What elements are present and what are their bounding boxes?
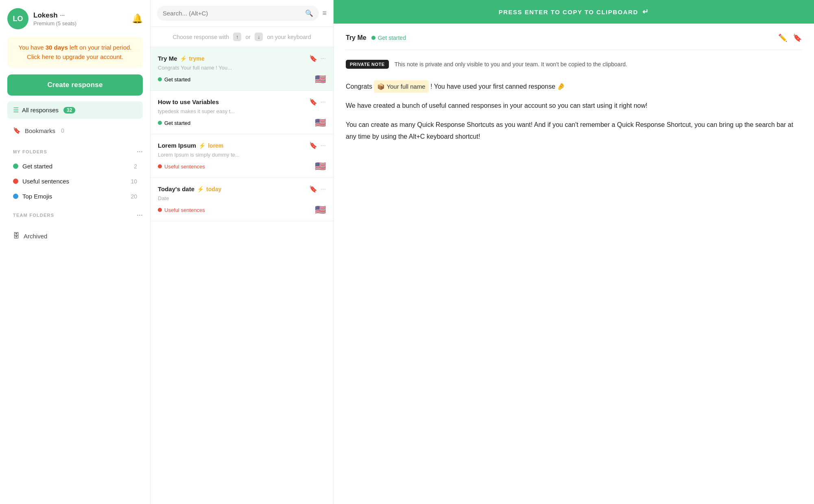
response-folder-label-today: Useful sentences (158, 207, 205, 213)
lightning-icon-lorem: ⚡ (199, 142, 205, 149)
right-response-title: Try Me (346, 34, 367, 41)
search-input[interactable] (163, 10, 302, 17)
search-icon: 🔍 (305, 9, 313, 17)
folder-name-top-emojis: Top Emojis (22, 193, 52, 200)
more-card-icon-today[interactable]: ··· (321, 185, 326, 193)
team-folders-more-button[interactable]: ··· (137, 211, 143, 219)
bookmark-card-icon-variables[interactable]: 🔖 (309, 98, 317, 106)
bookmarks-row[interactable]: 🔖 Bookmarks 0 (7, 123, 143, 138)
body-paragraph-3: You can create as many Quick Response Sh… (346, 119, 802, 143)
user-info: Lokesh ··· Premium (5 seats) (33, 11, 76, 26)
middle-panel: 🔍 ≡ Choose response with ↑ or ↓ on your … (151, 0, 334, 504)
response-preview-today: Date (158, 195, 326, 201)
trial-banner[interactable]: You have 30 days left on your trial peri… (7, 37, 143, 68)
archived-row[interactable]: 🗄 Archived (7, 228, 143, 244)
flag-icon-today: 🇺🇸 (315, 205, 326, 215)
response-folder-dot-variables (158, 121, 162, 125)
trial-text-before: You have (19, 44, 46, 51)
right-panel: PRESS ENTER TO COPY TO CLIPBOARD ↵ Try M… (334, 0, 814, 504)
response-title-try-me: Try Me ⚡ tryme (158, 55, 205, 62)
right-folder-dot (371, 36, 375, 40)
kbd-up-arrow: ↑ (233, 33, 242, 41)
card-actions-lorem: 🔖 ··· (309, 142, 326, 149)
all-responses-button[interactable]: ☰ All responses 32 (7, 101, 143, 119)
responses-list: Try Me ⚡ tryme 🔖 ··· Congrats Your full … (151, 47, 333, 504)
hamburger-icon: ☰ (13, 106, 19, 114)
right-content: Try Me Get started ✏️ 🔖 PRIVATE NOTE Thi… (334, 24, 814, 504)
sidebar-user: LO Lokesh ··· Premium (5 seats) (7, 8, 76, 29)
user-name-row: Lokesh ··· (33, 11, 76, 20)
lightning-icon-try-me: ⚡ (180, 55, 187, 62)
response-card-try-me[interactable]: Try Me ⚡ tryme 🔖 ··· Congrats Your full … (151, 47, 333, 91)
private-note-text: This note is private and only visible to… (395, 60, 627, 69)
body-paragraph-2: We have created a bunch of useful canned… (346, 100, 802, 112)
bookmark-card-icon-lorem[interactable]: 🔖 (309, 142, 317, 149)
more-card-icon-lorem[interactable]: ··· (321, 142, 326, 149)
response-footer-variables: Get started 🇺🇸 (158, 118, 326, 128)
variable-chip-text: Your full name (386, 81, 425, 92)
more-card-icon-try-me[interactable]: ··· (321, 55, 326, 62)
folder-count-top-emojis: 20 (131, 193, 137, 200)
folder-item-useful-sentences[interactable]: Useful sentences 10 (7, 174, 143, 188)
all-responses-label: All responses (22, 107, 59, 113)
sidebar: LO Lokesh ··· Premium (5 seats) 🔔 You ha… (0, 0, 151, 504)
search-input-wrap[interactable]: 🔍 (157, 6, 319, 21)
my-folders-more-button[interactable]: ··· (137, 147, 143, 156)
response-footer-today: Useful sentences 🇺🇸 (158, 205, 326, 215)
folder-item-get-started[interactable]: Get started 2 (7, 159, 143, 173)
card-actions-try-me: 🔖 ··· (309, 55, 326, 62)
response-preview-variables: typedesk makes it super easy t... (158, 108, 326, 114)
filter-icon[interactable]: ≡ (322, 9, 327, 17)
user-plan: Premium (5 seats) (33, 20, 76, 26)
archive-icon: 🗄 (13, 232, 20, 240)
folder-count-useful-sentences: 10 (131, 178, 137, 185)
archived-label: Archived (24, 233, 47, 240)
card-actions-variables: 🔖 ··· (309, 98, 326, 106)
body-paragraph-1: Congrats 📦Your full name ! You have used… (346, 80, 802, 93)
body-para1-after: ! You have used your first canned respon… (429, 83, 565, 90)
card-actions-today: 🔖 ··· (309, 185, 326, 193)
response-card-today[interactable]: Today's date ⚡ today 🔖 ··· Date Useful s… (151, 178, 333, 221)
notifications-bell-icon[interactable]: 🔔 (132, 13, 143, 24)
response-title-today: Today's date ⚡ today (158, 185, 221, 192)
private-note-box: PRIVATE NOTE This note is private and on… (346, 60, 802, 69)
press-enter-bar[interactable]: PRESS ENTER TO COPY TO CLIPBOARD ↵ (334, 0, 814, 24)
response-folder-label-variables: Get started (158, 120, 190, 126)
response-card-variables[interactable]: How to use Variables 🔖 ··· typedesk make… (151, 91, 333, 134)
bookmark-card-icon-try-me[interactable]: 🔖 (309, 55, 317, 62)
bookmark-icon: 🔖 (13, 127, 21, 134)
team-folders-section-label: TEAM FOLDERS ··· (13, 211, 143, 219)
create-response-button[interactable]: Create response (7, 74, 143, 96)
response-name-today: Today's date (158, 185, 194, 192)
folder-name-get-started: Get started (22, 163, 52, 170)
response-card-header-lorem: Lorem Ipsum ⚡ lorem 🔖 ··· (158, 142, 326, 149)
response-card-header-variables: How to use Variables 🔖 ··· (158, 98, 326, 106)
more-card-icon-variables[interactable]: ··· (321, 98, 326, 106)
bookmarks-count: 0 (61, 127, 64, 134)
right-header-actions: ✏️ 🔖 (778, 33, 802, 42)
lightning-icon-today: ⚡ (197, 186, 204, 192)
response-name-variables: How to use Variables (158, 98, 219, 105)
response-folder-dot-lorem (158, 164, 162, 168)
flag-icon-variables: 🇺🇸 (315, 118, 326, 128)
response-preview-try-me: Congrats Your full name ! You... (158, 65, 326, 71)
user-more-button[interactable]: ··· (60, 12, 65, 19)
right-folder-label: Get started (371, 35, 406, 41)
edit-icon[interactable]: ✏️ (778, 33, 787, 42)
bookmark-card-icon-today[interactable]: 🔖 (309, 185, 317, 193)
folder-name-useful-sentences: Useful sentences (22, 178, 69, 185)
flag-icon-try-me: 🇺🇸 (315, 74, 326, 85)
response-name-try-me: Try Me (158, 55, 177, 62)
search-bar-area: 🔍 ≡ (151, 0, 333, 27)
shortcut-tag-try-me: tryme (189, 55, 205, 62)
bookmarks-label: Bookmarks (25, 127, 55, 134)
folder-item-top-emojis[interactable]: Top Emojis 20 (7, 189, 143, 203)
response-card-lorem[interactable]: Lorem Ipsum ⚡ lorem 🔖 ··· Lorem Ipsum is… (151, 134, 333, 178)
variable-chip-name: 📦Your full name (374, 80, 428, 93)
folder-dot-useful-sentences (13, 179, 18, 184)
right-body: Congrats 📦Your full name ! You have used… (346, 80, 802, 142)
response-folder-dot-try-me (158, 77, 162, 81)
avatar: LO (7, 8, 28, 29)
trial-days: 30 days (46, 44, 68, 51)
bookmark-icon[interactable]: 🔖 (793, 33, 802, 42)
